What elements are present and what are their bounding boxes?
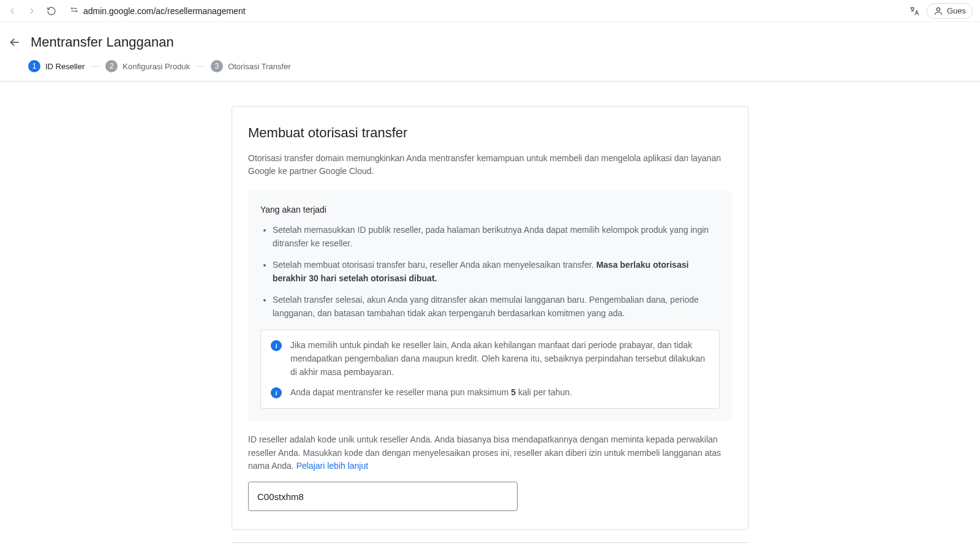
notice-text-post: kali per tahun. [516,387,572,397]
notice-text: Anda dapat mentransfer ke reseller mana … [290,386,572,400]
url-bar[interactable]: admin.google.com/ac/resellermanagement [64,2,903,20]
browser-back-icon[interactable] [5,4,20,18]
step-number: 3 [211,60,223,72]
notice-text: Jika memilih untuk pindah ke reseller la… [290,339,709,379]
step-auth-transfer: 3 Otorisasi Transfer [211,60,291,72]
notice-box: i Jika memilih untuk pindah ke reseller … [260,330,720,409]
footer-wrap: KEMBALI BATAL LANJUTKAN [0,542,980,546]
browser-chrome: admin.google.com/ac/resellermanagement G… [0,0,980,22]
list-item: Setelah memasukkan ID publik reseller, p… [273,223,720,251]
back-arrow-icon[interactable] [7,35,22,50]
stepper: 1 ID Reseller 2 Konfigurasi Produk 3 Oto… [7,58,973,81]
step-separator [196,66,205,67]
notice-text-pre: Anda dapat mentransfer ke reseller mana … [290,387,511,397]
browser-reload-icon[interactable] [44,4,59,18]
step-label: Otorisasi Transfer [228,62,291,71]
step-number: 1 [28,60,40,72]
browser-right-controls: Gues [908,3,975,19]
info-list: Setelah memasukkan ID publik reseller, p… [260,223,720,320]
helper-text: ID reseller adalah kode unik untuk resel… [248,433,732,473]
svg-point-2 [937,7,940,10]
step-reseller-id[interactable]: 1 ID Reseller [28,60,85,72]
info-block: Yang akan terjadi Setelah memasukkan ID … [248,191,732,421]
page-header: Mentransfer Langganan 1 ID Reseller 2 Ko… [0,22,980,82]
list-item: Setelah membuat otorisasi transfer baru,… [273,258,720,286]
step-number: 2 [105,60,118,72]
site-settings-icon[interactable] [70,6,78,16]
notice-item: i Anda dapat mentransfer ke reseller man… [271,386,709,400]
notice-text-bold: 5 [511,387,516,397]
page-title: Mentransfer Langganan [31,34,174,50]
profile-icon [933,6,943,16]
svg-point-0 [71,8,72,9]
info-icon: i [271,387,282,398]
info-title: Yang akan terjadi [260,205,720,214]
step-label: Konfigurasi Produk [123,62,190,71]
browser-forward-icon[interactable] [24,4,39,18]
step-separator [91,66,99,67]
url-text: admin.google.com/ac/resellermanagement [83,6,246,16]
info-icon: i [271,340,282,351]
profile-pill[interactable]: Gues [927,3,973,19]
card-title: Membuat otorisasi transfer [248,125,732,141]
svg-point-1 [75,10,77,12]
footer-bar: KEMBALI BATAL LANJUTKAN [232,542,748,546]
learn-more-link[interactable]: Pelajari lebih lanjut [296,461,369,471]
step-label: ID Reseller [45,62,85,71]
list-item-text: Setelah membuat otorisasi transfer baru,… [273,260,596,270]
card-description: Otorisasi transfer domain memungkinkan A… [248,152,732,178]
step-product-config: 2 Konfigurasi Produk [105,60,190,72]
translate-icon[interactable] [908,5,921,17]
profile-label: Gues [947,6,966,15]
reseller-id-input[interactable] [248,482,518,511]
transfer-card: Membuat otorisasi transfer Otorisasi tra… [232,106,748,530]
content-area: Membuat otorisasi transfer Otorisasi tra… [0,82,980,542]
list-item: Setelah transfer selesai, akun Anda yang… [273,293,720,320]
notice-item: i Jika memilih untuk pindah ke reseller … [271,339,709,379]
